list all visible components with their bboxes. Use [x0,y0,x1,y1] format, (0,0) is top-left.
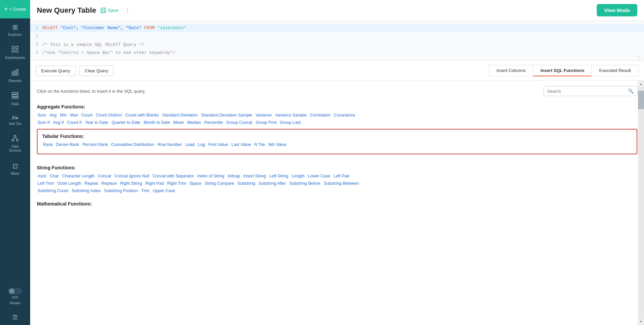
func-avg[interactable]: Avg [49,113,57,117]
func-initcap[interactable]: Initcap [227,174,241,178]
func-avg-if[interactable]: Avg If [52,120,64,125]
sidebar-item-data[interactable]: Data [0,87,30,110]
scrollbar-thumb[interactable] [638,91,644,109]
tab-executed-result[interactable]: Executed Result [591,65,639,76]
func-string-compare[interactable]: String Compare [204,181,235,186]
scroll-up-button[interactable]: ▲ [638,81,644,87]
sql-line-4[interactable]: 4 /*Use "Control + Space Bar" to see oth… [30,49,644,57]
sql-line-2[interactable]: 2 [30,32,644,41]
func-mean[interactable]: Mean [173,120,184,125]
sql-line-1[interactable]: 1 SELECT "Cost", "Customer Name", "Date"… [30,24,644,32]
func-variance-sample[interactable]: Variance Sample [274,113,307,117]
func-substring-position[interactable]: Substring Position [104,188,139,193]
func-count-with-blanks[interactable]: Count with Blanks [125,113,159,117]
func-covariance[interactable]: Covariance [333,113,356,117]
func-first-value[interactable]: First Value [208,142,229,147]
func-substring-count[interactable]: SubString Count [37,188,69,193]
func-min[interactable]: Min [59,113,67,117]
func-ascii[interactable]: Ascii [37,174,47,178]
func-space[interactable]: Space [189,181,202,186]
scroll-down-button[interactable]: ▼ [638,318,644,325]
func-count[interactable]: Count [81,113,93,117]
func-lead[interactable]: Lead [185,142,195,147]
func-sum[interactable]: Sum [37,113,47,117]
func-concat[interactable]: Concat [97,174,112,178]
func-trim[interactable]: Trim [140,188,150,193]
func-lower-case[interactable]: Lower Case [307,174,331,178]
func-substring-after[interactable]: Substring After [258,181,286,186]
func-percent-rank[interactable]: Percent Rank [82,142,109,147]
func-dense-rank[interactable]: Dense Rank [55,142,80,147]
func-lag[interactable]: Lag [197,142,206,147]
tab-insert-columns[interactable]: Insert Columns [489,65,533,76]
resize-handle[interactable]: ⤡ [638,55,641,60]
svg-rect-6 [17,69,18,75]
func-substring-before[interactable]: Substring Before [288,181,321,186]
sql-editor[interactable]: 1 SELECT "Cost", "Customer Name", "Date"… [30,21,644,61]
func-group-last[interactable]: Group Last [279,120,302,125]
func-median[interactable]: Median [187,120,202,125]
sidebar-menu-button[interactable]: ☰ [0,310,30,325]
sidebar-item-reports[interactable]: Reports [0,64,30,87]
viewer-toggle[interactable]: OFF Viewer [0,283,30,310]
func-row-number[interactable]: Row Number [157,142,183,147]
sidebar-item-datasources[interactable]: DataSources [0,130,30,157]
func-left-string[interactable]: Left String [269,174,289,178]
scrollbar[interactable]: ▲ ▼ [638,81,644,325]
save-icon [100,7,106,13]
func-count-distinct[interactable]: Count Distinct [95,113,123,117]
func-concat-ignore-null[interactable]: Concat Ignore Null [114,174,150,178]
func-n-tile[interactable]: N Tile [254,142,266,147]
func-variance[interactable]: Variance [255,113,272,117]
func-replace[interactable]: Replace [101,181,118,186]
func-concat-with-separator[interactable]: Concat with Separator [152,174,195,178]
clear-query-button[interactable]: Clear Query [79,66,114,76]
sidebar-item-label: Ask Zia [9,121,21,126]
func-substring[interactable]: Substring [237,181,256,186]
func-quarter-to-date[interactable]: Quarter to Date [111,120,141,125]
func-character-length[interactable]: Character Length [62,174,95,178]
execute-query-button[interactable]: Execute Query [36,66,76,76]
view-mode-button[interactable]: View Mode [597,4,637,16]
func-max[interactable]: Max [69,113,79,117]
func-insert-string[interactable]: Insert String [243,174,266,178]
func-cumulative-distribution[interactable]: Cumulative Distribution [111,142,155,147]
func-length[interactable]: Length [291,174,305,178]
func-right-pad[interactable]: Right Pad [145,181,165,186]
func-rank[interactable]: Rank [42,142,53,147]
func-right-string[interactable]: Right String [119,181,142,186]
func-left-pad[interactable]: Left Pad [333,174,350,178]
func-last-value[interactable]: Last Value [231,142,252,147]
sidebar-item-more[interactable]: ⊡ More [0,157,30,180]
func-left-trim[interactable]: Left Trim [37,181,55,186]
func-year-to-date[interactable]: Year to Date [84,120,109,125]
search-box[interactable]: 🔍 [543,86,637,96]
sidebar-item-explorer[interactable]: ⊞ Explorer [0,18,30,41]
func-char[interactable]: Char [49,174,59,178]
func-count-if[interactable]: Count If [66,120,82,125]
func-substring-between[interactable]: Substring Between [323,181,360,186]
func-month-to-date[interactable]: Month to Date [143,120,171,125]
sidebar-item-askzia[interactable]: Zia Ask Zia [0,110,30,130]
func-nth-value[interactable]: Nth Value [268,142,287,147]
sql-line-3[interactable]: 3 /* This is a sample SQL SELECT Query *… [30,41,644,49]
func-octet-length[interactable]: Octet Length [57,181,82,186]
func-percentile[interactable]: Percentile [204,120,224,125]
create-button[interactable]: + + Create [0,0,30,18]
func-group-first[interactable]: Group First [255,120,277,125]
func-standard-deviation[interactable]: Standard Deviation [162,113,198,117]
search-input[interactable] [547,89,626,94]
func-sum-if[interactable]: Sum If [37,120,50,125]
func-group-concat[interactable]: Group Concat [226,120,253,125]
func-index-of-string[interactable]: Index of String [197,174,225,178]
func-repeat[interactable]: Repeat [84,181,99,186]
func-correlation[interactable]: Correlation [309,113,331,117]
save-button[interactable]: Save [100,7,119,13]
tab-insert-sql[interactable]: Insert SQL Functions [533,65,592,76]
more-options-button[interactable]: ⋮ [123,6,133,15]
func-standard-deviation-sample[interactable]: Standard Deviation Sample [200,113,253,117]
sidebar-item-dashboards[interactable]: Dashboards [0,41,30,64]
func-upper-case[interactable]: Upper Case [152,188,176,193]
func-right-trim[interactable]: Right Trim [167,181,187,186]
func-substring-index[interactable]: Substring Index [71,188,102,193]
